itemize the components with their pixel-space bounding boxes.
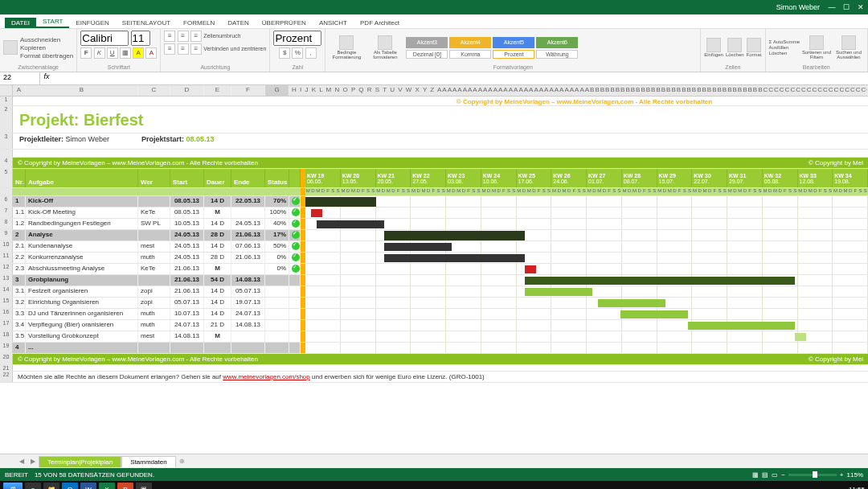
- accent4-style[interactable]: Akzent4: [449, 37, 491, 48]
- percent-icon[interactable]: %: [292, 47, 303, 59]
- border-button[interactable]: ▦: [120, 47, 131, 59]
- sort-filter-icon[interactable]: [809, 35, 824, 50]
- align-middle-icon[interactable]: ≡: [178, 31, 189, 42]
- find-select-icon[interactable]: [841, 35, 856, 50]
- table-row[interactable]: 122.3Abschlussmeeting AnalyseKeTe21.06.1…: [0, 264, 868, 275]
- view-normal-icon[interactable]: ▦: [752, 471, 759, 479]
- tab-formeln[interactable]: FORMELN: [177, 18, 221, 28]
- font-color-button[interactable]: A: [145, 47, 157, 59]
- numfmt-prozent[interactable]: Prozent: [493, 50, 534, 59]
- underline-button[interactable]: U: [107, 47, 118, 59]
- taskbar-clock[interactable]: 11:55: [849, 486, 865, 490]
- copy-button[interactable]: Kopieren: [20, 44, 73, 51]
- accent6-style[interactable]: Akzent6: [536, 37, 578, 48]
- fill-color-button[interactable]: A: [133, 47, 144, 59]
- table-row[interactable]: 71.1Kick-Off MeetingKeTe08.05.13M100%: [0, 208, 868, 219]
- taskbar-excel-icon[interactable]: X: [99, 483, 115, 489]
- row-header[interactable]: 5: [0, 169, 13, 187]
- row-header[interactable]: 1: [0, 97, 13, 105]
- sort-filter-label[interactable]: Sortieren und Filtern: [801, 50, 832, 60]
- fill-button[interactable]: Ausfüllen: [769, 45, 800, 50]
- table-row[interactable]: 112.2Konkurrenzanalysemuth24.05.1328 D21…: [0, 253, 868, 264]
- insert-cells-label[interactable]: Einfügen: [704, 52, 723, 57]
- table-row[interactable]: 81.2Randbedingungen FestlegenSW PL10.05.…: [0, 219, 868, 230]
- align-bottom-icon[interactable]: ≡: [190, 31, 202, 42]
- zoom-in-icon[interactable]: +: [840, 471, 844, 479]
- row-header[interactable]: 2: [0, 106, 13, 133]
- conditional-formatting-label[interactable]: Bedingte Formatierung: [329, 50, 364, 60]
- close-button[interactable]: ✕: [854, 3, 868, 11]
- tab-start[interactable]: START: [36, 16, 69, 28]
- zoom-out-icon[interactable]: −: [781, 471, 785, 479]
- row-header[interactable]: 21: [0, 365, 13, 371]
- row-header[interactable]: 6: [0, 196, 13, 207]
- format-cells-icon[interactable]: [747, 38, 761, 52]
- table-row[interactable]: 102.1Kundenanalysemest24.05.1314 D07.06.…: [0, 241, 868, 253]
- zoom-slider[interactable]: [788, 474, 837, 476]
- tab-einfuegen[interactable]: EINFÜGEN: [69, 18, 115, 28]
- delete-cells-label[interactable]: Löschen: [726, 52, 744, 57]
- row-header[interactable]: 13: [0, 275, 13, 286]
- conditional-formatting-icon[interactable]: [339, 35, 354, 50]
- find-select-label[interactable]: Suchen und Auswählen: [833, 50, 864, 60]
- sheet-nav-prev-icon[interactable]: ◀: [16, 458, 27, 465]
- table-row[interactable]: 153.2Einrichtung Organisierenzopi05.07.1…: [0, 298, 868, 309]
- format-cells-label[interactable]: Format: [747, 52, 762, 57]
- taskbar-powerpoint-icon[interactable]: P: [117, 483, 133, 489]
- comma-icon[interactable]: ,: [305, 47, 317, 59]
- row-header[interactable]: 8: [0, 219, 13, 229]
- col-header-tail[interactable]: H I J K L M N O P Q R S T U V W X Y Z AA…: [289, 85, 868, 96]
- row-header[interactable]: 4: [0, 158, 13, 168]
- row-header[interactable]: 3: [0, 134, 13, 149]
- taskbar-app-icon[interactable]: ▣: [136, 483, 152, 489]
- col-header-b[interactable]: B: [26, 85, 138, 96]
- wrap-text-button[interactable]: Zeilenumbruch: [203, 33, 240, 39]
- row-header[interactable]: 16: [0, 309, 13, 319]
- row-header[interactable]: [0, 188, 13, 195]
- row-header[interactable]: 12: [0, 264, 13, 274]
- sheet-tab-terminplan[interactable]: Terminplan|Projektplan: [39, 456, 121, 467]
- table-row[interactable]: 92Analyse24.05.1328 D21.06.1317%: [0, 230, 868, 241]
- col-header-a[interactable]: A: [13, 85, 26, 96]
- table-row[interactable]: 61Kick-Off08.05.1314 D22.05.1370%: [0, 196, 868, 208]
- add-sheet-icon[interactable]: ⊕: [176, 458, 188, 465]
- number-format-select[interactable]: [273, 31, 321, 46]
- format-as-table-label[interactable]: Als Tabelle formatieren: [367, 50, 403, 60]
- row-header[interactable]: 22: [0, 372, 13, 382]
- autosum-button[interactable]: Σ AutoSumme: [769, 39, 800, 44]
- table-row[interactable]: 173.4Verpflegung (Bier) oranisierenmuth2…: [0, 320, 868, 331]
- table-row[interactable]: 183.5Vorstellung Grobkonzeptmest14.08.13…: [0, 331, 868, 343]
- col-header-f[interactable]: F: [231, 85, 265, 96]
- accent3-style[interactable]: Akzent3: [406, 37, 448, 48]
- italic-button[interactable]: K: [94, 47, 105, 59]
- font-size-select[interactable]: [131, 31, 150, 46]
- align-center-icon[interactable]: ≡: [178, 43, 189, 55]
- col-header-c[interactable]: C: [138, 85, 170, 96]
- table-row[interactable]: 163.3DJ und Tänzerinnen organisierenmuth…: [0, 309, 868, 320]
- sheet-nav-next-icon[interactable]: ▶: [27, 458, 39, 465]
- select-all-corner[interactable]: [0, 85, 13, 96]
- bold-button[interactable]: F: [80, 47, 92, 59]
- taskbar-ie-icon[interactable]: e: [25, 483, 41, 489]
- delete-cells-icon[interactable]: [727, 38, 742, 52]
- tab-ansicht[interactable]: ANSICHT: [313, 18, 354, 28]
- format-painter-button[interactable]: Format übertragen: [20, 52, 73, 60]
- table-row[interactable]: 194...: [0, 343, 868, 354]
- align-right-icon[interactable]: ≡: [190, 43, 202, 55]
- row-header[interactable]: 14: [0, 286, 13, 297]
- row-header[interactable]: 11: [0, 253, 13, 263]
- accent5-style[interactable]: Akzent5: [493, 37, 534, 48]
- taskbar-outlook-icon[interactable]: O: [62, 483, 78, 489]
- start-button[interactable]: ⊞: [3, 483, 23, 489]
- col-header-d[interactable]: D: [170, 85, 204, 96]
- fx-icon[interactable]: fx: [40, 72, 53, 84]
- maximize-button[interactable]: ☐: [839, 3, 854, 11]
- row-header[interactable]: 18: [0, 331, 13, 342]
- paste-icon[interactable]: [3, 40, 18, 55]
- currency-icon[interactable]: $: [279, 47, 290, 59]
- col-header-g[interactable]: G: [265, 85, 289, 96]
- row-header[interactable]: 20: [0, 354, 13, 364]
- clear-button[interactable]: Löschen: [769, 51, 800, 55]
- align-top-icon[interactable]: ≡: [164, 31, 175, 42]
- name-box[interactable]: 22: [0, 72, 40, 84]
